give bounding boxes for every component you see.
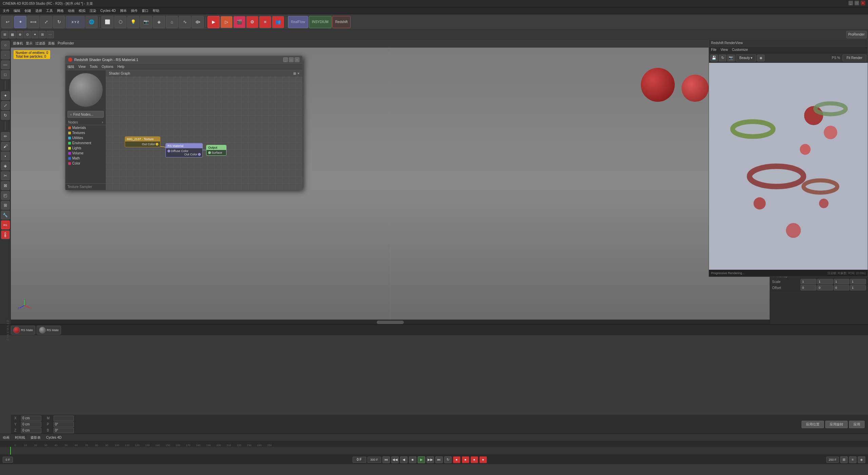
scale-z-input[interactable]: 0° — [54, 428, 74, 433]
modal-close[interactable]: × — [295, 57, 299, 62]
maximize-button[interactable]: □ — [854, 1, 859, 5]
menu-mesh[interactable]: 网格 — [57, 8, 64, 13]
scale-tool-btn[interactable]: ⤢ — [1, 101, 10, 110]
menu-plugins[interactable]: 插件 — [131, 8, 138, 13]
menu-help[interactable]: 帮助 — [153, 8, 159, 13]
render-queue[interactable]: ≡ — [259, 16, 271, 28]
move-tool-btn[interactable]: ✦ — [1, 91, 10, 100]
menu-animate[interactable]: 动画 — [68, 8, 75, 13]
rotate-tool-btn[interactable]: ↻ — [1, 111, 10, 120]
rs-save-btn[interactable]: 💾 — [710, 55, 718, 61]
menu-tools[interactable]: 工具 — [46, 8, 53, 13]
frame-start[interactable]: 0 F — [3, 457, 13, 463]
timeline-track[interactable] — [0, 447, 868, 455]
extra-btn3[interactable]: ◈ — [858, 456, 865, 463]
prev-frame-btn[interactable]: ◀◀ — [391, 456, 399, 463]
render-active[interactable]: ▶ — [208, 16, 220, 28]
graph-ctrl-1[interactable]: ⊞ — [293, 72, 296, 75]
scale-x-input[interactable] — [54, 416, 74, 421]
snap-btn[interactable]: ⊞ — [1, 31, 8, 38]
paint-btn[interactable]: 🖌 — [1, 142, 10, 151]
menu-create[interactable]: 创建 — [24, 8, 31, 13]
texture-node[interactable]: IMG_2137 - Texture Out Color — [125, 136, 160, 147]
menu-render[interactable]: 渲染 — [90, 8, 96, 13]
rs-camera-btn[interactable]: 📷 — [727, 55, 735, 61]
scale-y[interactable]: 1 — [817, 279, 833, 284]
knife-btn[interactable]: ✂ — [1, 171, 10, 180]
loop-btn[interactable]: ↻ — [444, 456, 452, 463]
menu-select[interactable]: 选择 — [35, 8, 42, 13]
magnet-btn[interactable]: 🔧 — [1, 211, 10, 220]
output-in-socket[interactable] — [208, 151, 211, 154]
rs-beauty-dropdown[interactable]: Beauty ▾ — [736, 55, 756, 61]
shader-graph-area[interactable]: Shader Graph ⊞ × — [106, 70, 302, 190]
snap2-btn[interactable]: ⊙ — [24, 31, 31, 38]
poly-mode-btn[interactable]: □ — [1, 70, 10, 79]
viewport-canvas[interactable]: Number of emitters: 0 Total live particl… — [11, 48, 770, 320]
viewport-panel-menu[interactable]: 面板 — [48, 41, 55, 46]
snap4-btn[interactable]: ⊞ — [39, 31, 46, 38]
graph-canvas[interactable]: IMG_2137 - Texture Out Color — [106, 77, 302, 190]
find-nodes-button[interactable]: ○ Find Nodes... — [67, 111, 104, 118]
move-button[interactable]: ⟺ — [27, 16, 39, 28]
node-category-environment[interactable]: Environment — [65, 140, 106, 146]
render-picture-viewer[interactable]: 🎬 — [233, 16, 245, 28]
apply-scale-btn[interactable]: 应用 — [849, 421, 865, 428]
viewport-scrollbar[interactable] — [11, 320, 770, 324]
menu-window[interactable]: 窗口 — [142, 8, 149, 13]
material-chip-2[interactable]: RS Mate — [37, 326, 61, 335]
modal-menu-view[interactable]: View — [78, 65, 86, 69]
nodes-expand-icon[interactable]: › — [102, 120, 103, 124]
node-category-color[interactable]: Color — [65, 161, 106, 166]
render-settings[interactable]: ⚙ — [246, 16, 258, 28]
play-btn[interactable]: ▶ — [418, 456, 425, 463]
insydium-button[interactable]: INSYDIUM — [309, 16, 332, 28]
end-frame[interactable]: 300 F — [368, 457, 381, 463]
camera-button[interactable]: 📷 — [140, 16, 152, 28]
edge-mode-btn[interactable]: — — [1, 60, 10, 69]
offset-z[interactable]: 0 — [834, 285, 850, 290]
menu-file[interactable]: 文件 — [3, 8, 9, 13]
modal-menu-help[interactable]: Help — [117, 65, 124, 69]
material-chip-1[interactable]: RS Mate — [11, 326, 35, 335]
viewport-display-menu[interactable]: 显示 — [26, 41, 33, 46]
scale-x[interactable]: 1 — [801, 279, 816, 284]
material-in-socket[interactable] — [167, 150, 170, 152]
material-out-socket[interactable] — [198, 153, 201, 156]
graph-ctrl-2[interactable]: × — [297, 72, 299, 75]
xyz-button[interactable]: X Y Z — [66, 16, 85, 28]
snap5-btn[interactable]: ⋯ — [46, 31, 54, 38]
tl-tab-timeline[interactable]: 时间线 — [15, 435, 25, 440]
node-category-materials[interactable]: Materials — [65, 125, 106, 130]
menu-script[interactable]: 脚本 — [120, 8, 127, 13]
scale-z[interactable]: 1 — [834, 279, 850, 284]
modal-minimize[interactable]: _ — [283, 57, 288, 62]
extra-btn2[interactable]: ≡ — [849, 456, 856, 463]
offset-y[interactable]: 0 — [817, 285, 833, 290]
close-button[interactable]: × — [861, 1, 865, 5]
viewport-camera-menu[interactable]: 摄像机 — [13, 41, 23, 46]
grid-btn[interactable]: ▦ — [9, 31, 16, 38]
scale-w[interactable]: 1 — [850, 279, 866, 284]
tl-tab-cycles[interactable]: Cycles 4D — [46, 436, 62, 439]
object-mode-btn[interactable]: ○ — [1, 41, 10, 50]
tl-tab-dope[interactable]: 摄影表 — [31, 435, 41, 440]
offset-w[interactable]: 1 — [850, 285, 866, 290]
rs-menu-view[interactable]: View — [721, 48, 728, 52]
extrude-btn[interactable]: ⊠ — [1, 181, 10, 190]
rs-mode-btn[interactable]: ◈ — [757, 55, 765, 61]
rs-fit-btn[interactable]: Fit Render — [843, 55, 866, 61]
rotate-button[interactable]: ↻ — [53, 16, 65, 28]
generator-button[interactable]: ⟴ — [192, 16, 204, 28]
pos-z-input[interactable]: 0 cm — [21, 428, 41, 433]
go-start-btn[interactable]: ⏮ — [382, 456, 390, 463]
tl-tab-animate[interactable]: 动画 — [3, 435, 9, 440]
minimize-button[interactable]: _ — [848, 1, 853, 5]
pos-x-input[interactable]: 0 cm — [21, 416, 41, 421]
record-scale-btn[interactable]: ● — [471, 456, 478, 463]
stop-btn[interactable]: ■ — [409, 456, 416, 463]
prorender-btn[interactable]: ProRender — [846, 31, 867, 38]
sphere-button[interactable]: ⬡ — [114, 16, 126, 28]
render-region[interactable]: ▷ — [220, 16, 233, 28]
rs-refresh-btn[interactable]: ↻ — [719, 55, 726, 61]
